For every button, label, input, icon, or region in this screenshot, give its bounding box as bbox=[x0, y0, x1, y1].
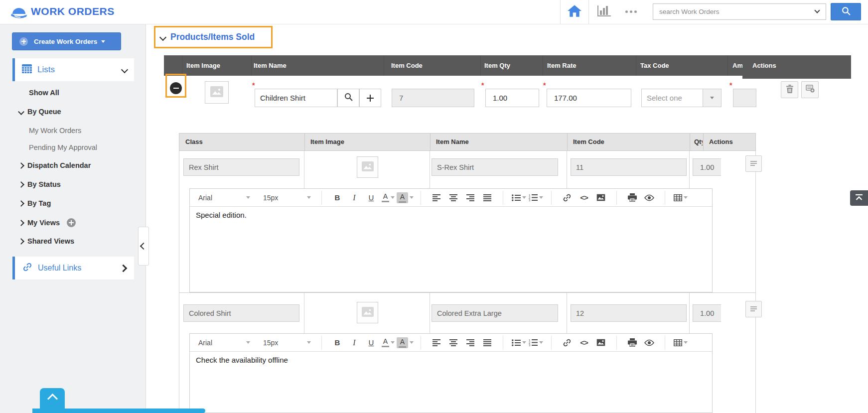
more-menu-icon[interactable] bbox=[625, 10, 637, 13]
home-button[interactable] bbox=[560, 0, 589, 24]
page-title: WORK ORDERS bbox=[31, 5, 115, 17]
numbered-list-button[interactable]: 123 bbox=[527, 191, 544, 205]
insert-table-button[interactable] bbox=[672, 336, 689, 350]
font-family-select[interactable]: Arial bbox=[195, 336, 254, 350]
sidebar-item-by-tag[interactable]: By Tag bbox=[19, 199, 51, 207]
text-color-button[interactable]: A bbox=[380, 191, 397, 205]
search-icon bbox=[344, 93, 353, 103]
justify-button[interactable] bbox=[479, 336, 496, 350]
row-actions-button[interactable] bbox=[745, 301, 762, 317]
insert-image-button[interactable] bbox=[592, 191, 609, 205]
highlight-color-button[interactable]: A bbox=[397, 191, 414, 205]
search-button[interactable] bbox=[831, 3, 861, 20]
item-rate-input[interactable] bbox=[547, 89, 631, 107]
numbered-list-button[interactable]: 123 bbox=[527, 336, 544, 350]
chevron-right-icon bbox=[18, 220, 24, 226]
analytics-button[interactable] bbox=[596, 5, 613, 19]
item-name-input[interactable] bbox=[255, 89, 337, 107]
list-icon bbox=[750, 305, 757, 314]
font-size-select[interactable]: 15px bbox=[260, 191, 314, 205]
sidebar-item-by-queue[interactable]: By Queue bbox=[19, 108, 61, 116]
section-collapse-icon[interactable] bbox=[159, 33, 166, 40]
sidebar-item-my-views[interactable]: My Views bbox=[19, 218, 76, 227]
chevron-right-icon bbox=[120, 264, 128, 272]
underline-button[interactable]: U bbox=[363, 336, 380, 350]
editor-content[interactable]: Check the availability offline bbox=[190, 352, 712, 413]
preview-button[interactable] bbox=[641, 191, 658, 205]
align-center-button[interactable] bbox=[445, 191, 462, 205]
trash-icon bbox=[786, 85, 793, 95]
sidebar-item-shared-views[interactable]: Shared Views bbox=[19, 237, 74, 245]
delete-row-button[interactable] bbox=[781, 81, 798, 98]
add-row-icon bbox=[806, 85, 815, 95]
bold-button[interactable]: B bbox=[329, 336, 346, 350]
sidebar-item-lists[interactable]: Lists bbox=[12, 58, 134, 81]
insert-link-button[interactable] bbox=[559, 191, 576, 205]
print-button[interactable] bbox=[624, 336, 641, 350]
italic-button[interactable]: I bbox=[346, 191, 363, 205]
item-image-placeholder[interactable] bbox=[357, 302, 378, 323]
required-marker: * bbox=[252, 81, 255, 89]
chevron-up-icon bbox=[47, 394, 57, 404]
font-family-select[interactable]: Arial bbox=[195, 191, 254, 205]
sidebar-item-show-all[interactable]: Show All bbox=[29, 89, 59, 97]
item-add-button[interactable] bbox=[359, 89, 381, 107]
qty-input bbox=[693, 304, 721, 322]
qty-input bbox=[693, 158, 721, 176]
sidebar-item-by-status[interactable]: By Status bbox=[19, 180, 61, 188]
chevron-right-icon bbox=[18, 162, 24, 169]
italic-button[interactable]: I bbox=[346, 336, 363, 350]
col-item-image: Item Image bbox=[310, 134, 344, 150]
global-search-input[interactable] bbox=[653, 3, 826, 20]
sidebar-item-useful-links[interactable]: Useful Links bbox=[12, 257, 134, 279]
item-qty-input[interactable] bbox=[485, 89, 539, 107]
align-right-button[interactable] bbox=[462, 191, 479, 205]
bold-button[interactable]: B bbox=[329, 191, 346, 205]
create-work-orders-button[interactable]: Create Work Orders bbox=[12, 32, 121, 50]
app-logo-icon bbox=[10, 4, 28, 22]
preview-button[interactable] bbox=[641, 336, 658, 350]
bullet-list-button[interactable] bbox=[510, 336, 527, 350]
my-work-orders-label: My Work Orders bbox=[29, 127, 81, 135]
top-bar: WORK ORDERS bbox=[0, 0, 868, 24]
align-center-button[interactable] bbox=[445, 336, 462, 350]
sidebar-collapse-handle[interactable] bbox=[138, 227, 149, 266]
class-table-left-border bbox=[179, 133, 179, 413]
sidebar-item-dispatch-calendar[interactable]: Dispatch Calendar bbox=[19, 161, 91, 169]
align-right-button[interactable] bbox=[462, 336, 479, 350]
chevron-right-icon bbox=[18, 200, 24, 207]
sidebar-item-my-work-orders[interactable]: My Work Orders bbox=[29, 127, 81, 135]
text-color-button[interactable]: A bbox=[380, 336, 397, 350]
editor-content[interactable]: Special edition. bbox=[190, 207, 712, 293]
create-work-orders-label: Create Work Orders bbox=[34, 38, 97, 45]
item-image-placeholder[interactable] bbox=[357, 156, 378, 178]
underline-button[interactable]: U bbox=[363, 191, 380, 205]
align-left-button[interactable] bbox=[428, 336, 445, 350]
font-size-select[interactable]: 15px bbox=[260, 336, 314, 350]
scroll-up-button[interactable] bbox=[850, 190, 868, 206]
highlight-color-button[interactable]: A bbox=[397, 336, 414, 350]
sidebar-item-pending-my-approval[interactable]: Pending My Approval bbox=[29, 143, 97, 151]
code-view-button[interactable]: <> bbox=[576, 191, 592, 205]
add-view-icon[interactable] bbox=[67, 218, 76, 227]
align-left-button[interactable] bbox=[428, 191, 445, 205]
col-qty: Qty bbox=[694, 134, 703, 150]
amount-input bbox=[733, 89, 756, 107]
item-image-placeholder[interactable] bbox=[205, 81, 229, 104]
add-subrow-button[interactable] bbox=[801, 81, 819, 98]
insert-table-button[interactable] bbox=[672, 191, 689, 205]
item-search-button[interactable] bbox=[337, 89, 359, 107]
code-view-button[interactable]: <> bbox=[576, 336, 592, 350]
bullet-list-button[interactable] bbox=[510, 191, 527, 205]
scroll-top-tab[interactable] bbox=[40, 388, 65, 410]
col-actions: Actions bbox=[752, 55, 776, 76]
tax-code-select[interactable]: Select one bbox=[641, 89, 722, 107]
image-icon bbox=[362, 307, 374, 319]
description-editor: Arial 15px B I U A A 123 <> Che bbox=[189, 333, 713, 413]
justify-button[interactable] bbox=[479, 191, 496, 205]
row-actions-button[interactable] bbox=[745, 155, 762, 172]
section-title[interactable]: Products/Items Sold bbox=[170, 32, 255, 42]
insert-link-button[interactable] bbox=[559, 336, 576, 350]
insert-image-button[interactable] bbox=[592, 336, 609, 350]
print-button[interactable] bbox=[624, 191, 641, 205]
